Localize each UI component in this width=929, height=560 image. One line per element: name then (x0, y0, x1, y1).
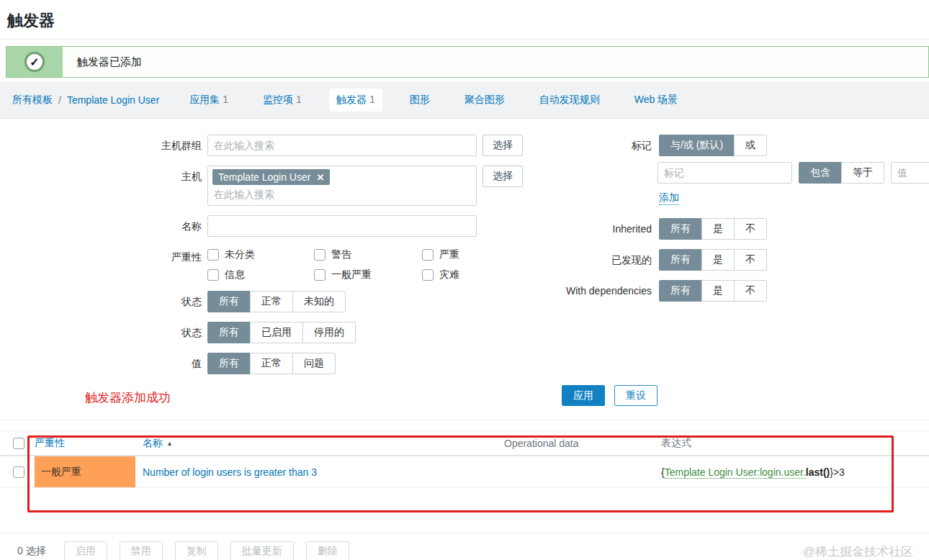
checkbox[interactable] (314, 269, 326, 281)
value-problem[interactable]: 问题 (292, 353, 336, 374)
discovered-all[interactable]: 所有 (659, 249, 702, 271)
chip-remove-icon[interactable]: ✕ (316, 172, 324, 183)
state-segmented: 所有 正常 未知的 (207, 291, 346, 312)
header-severity[interactable]: 严重性 (35, 437, 65, 450)
tags-mode-or[interactable]: 或 (734, 135, 767, 156)
with-dependencies-label: With dependencies (555, 280, 659, 302)
breadcrumb-separator: / (58, 94, 61, 106)
delete-button[interactable]: 删除 (306, 541, 349, 560)
tab-triggers[interactable]: 触发器1 (329, 89, 382, 112)
filter-panel: 主机群组 选择 主机 Template Login User ✕ 在此输入搜索 … (0, 119, 929, 420)
with-dependencies-no[interactable]: 不 (734, 280, 767, 302)
filter-row-with-dependencies: With dependencies 所有 是 不 (555, 280, 929, 302)
header-name[interactable]: 名称 (143, 437, 163, 450)
status-all[interactable]: 所有 (207, 322, 251, 343)
host-multiselect[interactable]: Template Login User ✕ 在此输入搜索 (207, 166, 477, 206)
severity-warning[interactable]: 警告 (314, 248, 422, 261)
title-bar: 触发器 (0, 0, 929, 40)
status-label: 状态 (0, 322, 207, 343)
tab-applications[interactable]: 应用集1 (182, 89, 235, 112)
success-icon-block: ✓ (6, 47, 63, 77)
page-title: 触发器 (7, 10, 922, 32)
table-row: 一般严重 Number of login users is greater th… (0, 456, 929, 488)
filter-footer: 触发器添加成功 应用 重设 (0, 384, 929, 417)
inherited-all[interactable]: 所有 (659, 218, 702, 240)
severity-average[interactable]: 一般严重 (314, 268, 422, 281)
inherited-label: Inherited (555, 218, 659, 240)
tags-mode-and-or[interactable]: 与/或 (默认) (659, 135, 735, 156)
sort-asc-icon: ▲ (166, 440, 173, 447)
name-input[interactable] (207, 215, 477, 237)
with-dependencies-segmented: 所有 是 不 (659, 280, 767, 302)
discovered-yes[interactable]: 是 (701, 249, 735, 271)
expression-item-link[interactable]: Template Login User:login.user. (665, 466, 806, 479)
state-normal[interactable]: 正常 (250, 291, 293, 312)
with-dependencies-all[interactable]: 所有 (659, 280, 702, 302)
with-dependencies-yes[interactable]: 是 (701, 280, 735, 302)
host-chip: Template Login User ✕ (212, 169, 330, 185)
triggers-table: 严重性 名称 ▲ Operational data 表达式 一般严重 Numbe… (0, 430, 929, 488)
state-all[interactable]: 所有 (207, 291, 251, 312)
value-ok[interactable]: 正常 (250, 353, 293, 374)
value-label: 值 (0, 353, 207, 374)
action-footer: 0 选择 启用 禁用 复制 批量更新 删除 @稀土掘金技术社区 (0, 533, 929, 560)
row-checkbox[interactable] (13, 466, 24, 478)
discovered-no[interactable]: 不 (734, 249, 767, 271)
status-enabled[interactable]: 已启用 (250, 322, 303, 343)
watermark: @稀土掘金技术社区 (803, 543, 913, 560)
success-message: 触发器已添加 (63, 47, 142, 77)
tab-graphs[interactable]: 图形 (403, 89, 437, 112)
severity-information[interactable]: 信息 (207, 268, 314, 281)
apply-button[interactable]: 应用 (562, 385, 605, 406)
state-unknown[interactable]: 未知的 (292, 291, 346, 312)
filter-row-discovered: 已发现的 所有 是 不 (555, 249, 929, 271)
severity-not-classified[interactable]: 未分类 (207, 248, 314, 261)
checkbox[interactable] (422, 249, 434, 261)
tag-add-link[interactable]: 添加 (659, 191, 679, 205)
inherited-segmented: 所有 是 不 (659, 218, 767, 240)
tab-web-scenarios[interactable]: Web 场景 (627, 89, 685, 112)
tag-operator-contains[interactable]: 包含 (799, 162, 842, 184)
tags-mode-segmented: 与/或 (默认) 或 (659, 135, 767, 156)
severity-disaster[interactable]: 灾难 (422, 268, 530, 281)
tag-operator-equals[interactable]: 等于 (841, 162, 884, 184)
check-circle-icon: ✓ (24, 52, 45, 72)
disable-button[interactable]: 禁用 (120, 541, 163, 560)
tab-items[interactable]: 监控项1 (256, 89, 309, 112)
host-group-label: 主机群组 (0, 135, 207, 156)
breadcrumb-all-templates[interactable]: 所有模板 (12, 94, 53, 107)
filter-row-inherited: Inherited 所有 是 不 (555, 218, 929, 240)
tags-label: 标记 (555, 135, 659, 156)
host-group-select-button[interactable]: 选择 (483, 135, 523, 156)
status-disabled[interactable]: 停用的 (302, 322, 356, 343)
select-all-checkbox[interactable] (13, 438, 24, 449)
checkbox[interactable] (207, 269, 219, 281)
tab-discovery-rules[interactable]: 自动发现规则 (532, 89, 607, 112)
host-select-button[interactable]: 选择 (483, 166, 523, 187)
tag-name-input[interactable] (658, 162, 792, 184)
host-group-input[interactable] (207, 135, 477, 156)
breadcrumb-template[interactable]: Template Login User (67, 94, 159, 106)
severity-high[interactable]: 严重 (422, 248, 530, 261)
filter-row-tags: 标记 与/或 (默认) 或 (555, 135, 929, 156)
copy-button[interactable]: 复制 (175, 541, 218, 560)
breadcrumb: 所有模板 / Template Login User (12, 94, 159, 107)
nav-strip: 所有模板 / Template Login User 应用集1 监控项1 触发器… (0, 81, 929, 119)
inherited-yes[interactable]: 是 (701, 218, 735, 240)
inherited-no[interactable]: 不 (734, 218, 767, 240)
severity-badge: 一般严重 (35, 456, 135, 487)
checkbox[interactable] (314, 249, 326, 261)
header-expression: 表达式 (661, 437, 691, 450)
tab-screens[interactable]: 聚合图形 (457, 89, 512, 112)
checkbox[interactable] (207, 249, 219, 261)
annotation-text: 触发器添加成功 (85, 389, 171, 406)
name-label: 名称 (0, 215, 207, 237)
filter-row-tag-entry: 包含 等于 (555, 162, 929, 184)
trigger-name-link[interactable]: Number of login users is greater than 3 (143, 466, 317, 478)
reset-button[interactable]: 重设 (614, 385, 658, 406)
mass-update-button[interactable]: 批量更新 (230, 541, 294, 560)
checkbox[interactable] (422, 269, 434, 281)
value-all[interactable]: 所有 (207, 353, 251, 374)
enable-button[interactable]: 启用 (64, 541, 107, 560)
tag-value-input[interactable] (891, 162, 929, 184)
